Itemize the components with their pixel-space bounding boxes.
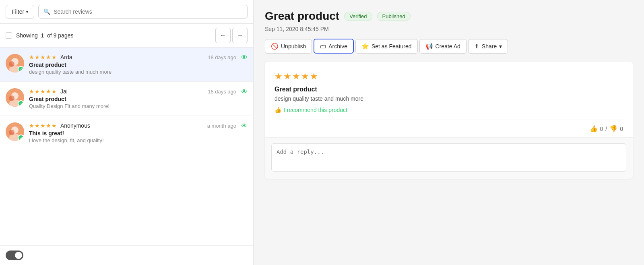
card-text: design quality taste and much more [275, 95, 623, 102]
review-date: 18 days ago [208, 54, 236, 60]
share-chevron-icon: ▾ [499, 43, 502, 50]
of-pages-label: of 9 pages [47, 32, 73, 39]
page-info: Showing 1 of 9 pages [16, 32, 211, 39]
avatar: ✓ [6, 54, 24, 72]
review-content: ★★★★★ Jai 18 days ago Great product Qual… [29, 88, 236, 109]
verified-badge: ✓ [18, 100, 24, 107]
reviewer-name: Arda [60, 54, 72, 60]
action-bar: 🚫 Unpublish 🗃 Archive ⭐ Set as Featured … [265, 39, 633, 54]
visibility-icon: 👁 [241, 54, 248, 61]
published-badge-label: Published [377, 12, 411, 21]
toggle-knob [15, 252, 22, 259]
review-card: ★★★★★ Great product design quality taste… [265, 62, 633, 179]
review-header: ★★★★★ Anonymous a month ago [29, 122, 236, 129]
review-title: This is great! [29, 130, 236, 137]
prev-page-button[interactable]: ← [215, 28, 231, 43]
reviewer-name: Jai [60, 88, 68, 95]
reply-box [265, 137, 633, 179]
detail-header: Great product Verified Published [265, 10, 633, 23]
nav-buttons: ← → [215, 28, 248, 43]
archive-label: Archive [328, 43, 347, 50]
visibility-icon: 👁 [241, 122, 248, 130]
review-stars: ★★★★★ [29, 54, 57, 60]
review-item[interactable]: ✓ ★★★★★ Jai 18 days ago Great product Qu… [0, 82, 253, 116]
filter-label: Filter [12, 8, 24, 15]
review-header: ★★★★★ Arda 18 days ago [29, 54, 236, 60]
toggle-switch[interactable] [6, 251, 23, 260]
vote-row: 👍 0 / 👎 0 [275, 120, 623, 137]
search-input[interactable] [54, 8, 242, 15]
unpublish-label: Unpublish [281, 43, 306, 50]
archive-button[interactable]: 🗃 Archive [314, 39, 354, 54]
review-content: ★★★★★ Arda 18 days ago Great product des… [29, 54, 236, 75]
review-title: Great product [29, 96, 236, 102]
review-content: ★★★★★ Anonymous a month ago This is grea… [29, 122, 236, 143]
review-list: ✓ ★★★★★ Arda 18 days ago Great product d… [0, 48, 253, 245]
verified-badge-label: Verified [344, 12, 372, 21]
visibility-icon: 👁 [241, 88, 248, 95]
pagination-bar: Showing 1 of 9 pages ← → [0, 24, 253, 48]
review-meta: ★★★★★ Arda [29, 54, 72, 60]
set-featured-label: Set as Featured [372, 43, 412, 50]
card-title: Great product [275, 86, 623, 93]
review-item[interactable]: ✓ ★★★★★ Anonymous a month ago This is gr… [0, 116, 253, 150]
recommend-text: 👍 I recommend this product [275, 107, 623, 113]
unpublish-button[interactable]: 🚫 Unpublish [265, 39, 312, 54]
detail-date: Sep 11, 2020 8:45:45 PM [265, 26, 633, 32]
left-panel: Filter ▾ 🔍 Showing 1 of 9 pages ← → [0, 0, 254, 265]
share-icon: ⬆ [474, 43, 479, 50]
thumbs-down-vote-icon: 👎 [609, 125, 617, 132]
detail-title: Great product [265, 10, 339, 23]
reply-textarea[interactable] [271, 143, 626, 172]
avatar: ✓ [6, 122, 24, 141]
review-stars: ★★★★★ [29, 88, 57, 95]
create-ad-label: Create Ad [436, 43, 460, 50]
share-button[interactable]: ⬆ Share ▾ [468, 39, 508, 54]
ad-icon: 📢 [425, 43, 433, 50]
review-text: design quality taste and much more [29, 69, 236, 75]
review-header: ★★★★★ Jai 18 days ago [29, 88, 236, 95]
right-panel: Great product Verified Published Sep 11,… [254, 0, 644, 265]
archive-icon: 🗃 [320, 43, 326, 50]
thumbs-up-icon: 👍 [275, 107, 281, 113]
filter-button[interactable]: Filter ▾ [6, 5, 34, 19]
next-page-button[interactable]: → [232, 28, 248, 43]
verified-badge: ✓ [18, 66, 24, 72]
review-stars: ★★★★★ [29, 122, 57, 129]
chevron-down-icon: ▾ [26, 10, 28, 14]
review-meta: ★★★★★ Jai [29, 88, 68, 95]
select-all-checkbox[interactable] [6, 32, 12, 39]
review-date: 18 days ago [208, 89, 236, 95]
vote-down-count: 0 [620, 126, 623, 132]
toggle-wrap [0, 245, 253, 265]
vote-up-count: 0 [600, 126, 603, 132]
reviewer-name: Anonymous [60, 122, 90, 129]
avatar: ✓ [6, 88, 24, 107]
showing-label: Showing [16, 32, 38, 39]
search-icon: 🔍 [43, 8, 50, 15]
unpublish-icon: 🚫 [271, 43, 279, 50]
share-label: Share [482, 43, 497, 50]
review-text: Quality Design Fit and many more! [29, 103, 236, 109]
svg-point-7 [9, 95, 14, 101]
thumbs-up-vote-icon: 👍 [590, 125, 598, 132]
star-icon: ⭐ [361, 43, 369, 50]
verified-badge: ✓ [18, 135, 24, 141]
set-featured-button[interactable]: ⭐ Set as Featured [355, 39, 418, 54]
svg-point-11 [9, 130, 14, 135]
search-bar: Filter ▾ 🔍 [0, 0, 253, 24]
page-current: 1 [41, 32, 44, 39]
search-input-wrap: 🔍 [38, 5, 248, 19]
vote-separator: / [605, 126, 607, 132]
create-ad-button[interactable]: 📢 Create Ad [419, 39, 466, 54]
svg-point-3 [9, 61, 14, 67]
review-text: I love the design, fit, and quality! [29, 137, 236, 143]
review-meta: ★★★★★ Anonymous [29, 122, 90, 129]
card-stars: ★★★★★ [275, 71, 623, 82]
review-date: a month ago [207, 123, 236, 129]
review-title: Great product [29, 62, 236, 68]
review-item[interactable]: ✓ ★★★★★ Arda 18 days ago Great product d… [0, 48, 253, 82]
